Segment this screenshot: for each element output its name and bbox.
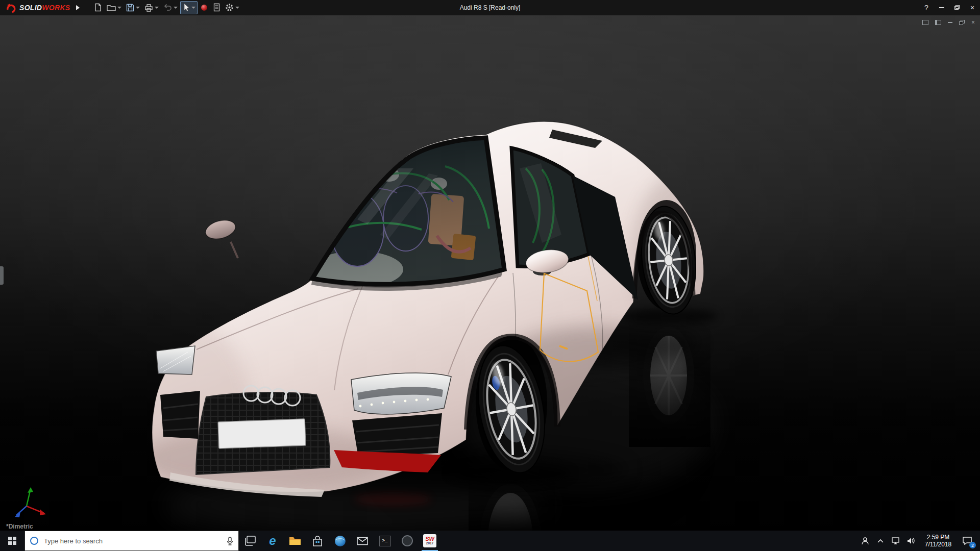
restore-button[interactable] (949, 0, 965, 15)
search-input[interactable] (43, 537, 222, 545)
rebuild-icon (200, 4, 208, 12)
people-button[interactable] (857, 531, 873, 551)
right-intake (352, 413, 442, 457)
open-button[interactable] (105, 1, 124, 14)
doc-close-button[interactable]: × (971, 18, 975, 27)
people-icon (861, 537, 869, 545)
restore-icon (959, 20, 965, 25)
chevron-down-icon (155, 7, 159, 9)
windows-logo-icon (8, 537, 16, 545)
browser-button[interactable] (329, 531, 351, 551)
save-icon (126, 4, 134, 12)
help-button[interactable]: ? (919, 0, 934, 15)
orientation-triad (15, 487, 46, 517)
graphics-viewport[interactable]: × *Dimetric (0, 15, 980, 531)
3d-model-audi-r8[interactable] (0, 15, 980, 531)
app-icon (402, 535, 413, 546)
chevron-up-icon (877, 539, 884, 543)
view-orientation-label: *Dimetric (6, 523, 33, 530)
store-button[interactable] (306, 531, 329, 551)
solidworks-logo: SOLIDWORKS (0, 2, 73, 13)
document-window-controls: × (922, 18, 975, 27)
titlebar-window-controls: ? × (919, 0, 980, 15)
save-button[interactable] (124, 1, 142, 14)
chevron-down-icon (174, 7, 178, 9)
select-cursor-icon (182, 3, 190, 12)
dassault-logo-icon (5, 2, 16, 13)
terminal-button[interactable]: >_ (374, 531, 396, 551)
close-button[interactable]: × (965, 0, 980, 15)
print-icon (144, 4, 153, 12)
network-button[interactable] (888, 531, 903, 551)
file-explorer-icon (289, 536, 301, 546)
chevron-down-icon (191, 7, 195, 9)
tile-icon (922, 20, 928, 25)
speaker-icon (907, 537, 915, 544)
clock-time: 2:59 PM (925, 534, 952, 541)
select-tool-button[interactable] (180, 1, 198, 14)
brand-text: SOLIDWORKS (19, 4, 70, 12)
tile-window-button[interactable] (922, 18, 928, 27)
mail-icon (357, 537, 368, 545)
store-icon (312, 536, 323, 546)
undo-button[interactable] (161, 1, 180, 14)
doc-restore-button[interactable] (959, 18, 965, 27)
split-icon (935, 20, 941, 25)
doc-minimize-button[interactable] (948, 18, 952, 27)
minimize-icon (948, 22, 952, 23)
feature-manager-collapsed-tab[interactable] (0, 266, 4, 285)
rebuild-button[interactable] (198, 1, 210, 14)
titlebar: SOLIDWORKS (0, 0, 980, 15)
task-view-button[interactable] (239, 531, 261, 551)
start-button[interactable] (0, 531, 24, 551)
new-document-icon (93, 3, 102, 12)
file-properties-button[interactable] (211, 1, 223, 14)
microphone-icon[interactable] (227, 537, 233, 545)
app-button[interactable] (396, 531, 419, 551)
notification-badge: 2 (969, 542, 976, 548)
undo-icon (163, 4, 172, 11)
task-view-icon (244, 536, 256, 546)
clock-date: 7/11/2018 (925, 541, 952, 548)
taskbar-search[interactable] (24, 531, 239, 551)
solidworks-2017-icon: SW 2017 (423, 534, 436, 547)
cortana-icon (30, 537, 38, 545)
menu-expand-button[interactable] (73, 2, 82, 13)
restore-icon (954, 5, 960, 10)
chevron-right-icon (76, 5, 80, 10)
action-center-button[interactable]: 2 (958, 531, 977, 551)
minimize-button[interactable] (934, 0, 949, 15)
solidworks-2017-button[interactable]: SW 2017 (419, 531, 441, 551)
edge-button[interactable]: e (261, 531, 284, 551)
edge-icon: e (269, 535, 276, 547)
network-icon (892, 537, 900, 544)
system-tray: 2:59 PM 7/11/2018 2 (857, 531, 980, 551)
browser-icon (334, 535, 346, 547)
clock[interactable]: 2:59 PM 7/11/2018 (919, 531, 958, 551)
minimize-icon (939, 7, 944, 8)
new-document-button[interactable] (91, 1, 104, 14)
file-explorer-button[interactable] (284, 531, 306, 551)
open-folder-icon (107, 4, 116, 12)
quick-access-toolbar (91, 1, 241, 14)
document-title: Audi R8 S [Read-only] (460, 0, 521, 15)
chevron-down-icon (136, 7, 140, 9)
gear-icon (225, 3, 234, 12)
hidden-icons-button[interactable] (873, 531, 888, 551)
left-intake (160, 391, 200, 439)
chevron-down-icon (117, 7, 121, 9)
options-button[interactable] (223, 1, 241, 14)
print-button[interactable] (142, 1, 161, 14)
left-headlight (156, 346, 195, 374)
chevron-down-icon (235, 7, 239, 9)
mail-button[interactable] (351, 531, 374, 551)
volume-button[interactable] (903, 531, 919, 551)
split-window-button[interactable] (935, 18, 941, 27)
windows-taskbar: e >_ SW (0, 531, 980, 551)
terminal-icon: >_ (379, 536, 391, 546)
file-properties-icon (213, 3, 220, 12)
